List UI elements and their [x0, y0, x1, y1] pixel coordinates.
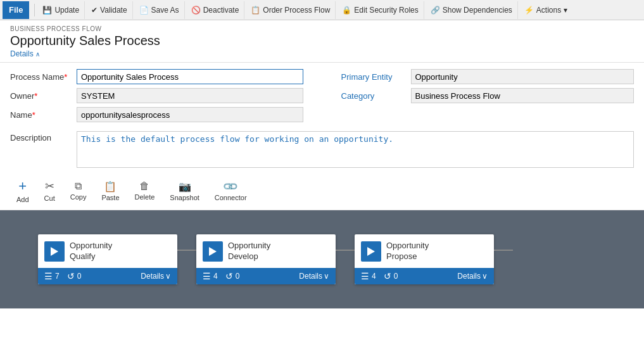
chevron-down-icon-0: ∨: [165, 272, 171, 281]
actions-icon: ⚡: [524, 6, 534, 15]
name-label: Name*: [10, 110, 77, 120]
description-row: Description This is the default process …: [0, 129, 644, 172]
connector-button[interactable]: 🔗 Connector: [208, 178, 253, 204]
stage-details-btn-1[interactable]: Details ∨: [299, 272, 329, 281]
name-input[interactable]: [77, 107, 303, 122]
category-label: Category: [341, 91, 411, 101]
details-link[interactable]: Details ∧: [10, 49, 634, 58]
deactivate-button[interactable]: 🚫 Deactivate: [186, 1, 245, 19]
security-icon: 🔒: [342, 6, 351, 15]
refresh-icon-1: ↺: [225, 271, 233, 281]
actions-button[interactable]: ⚡ Actions ▾: [519, 1, 572, 19]
order-process-flow-button[interactable]: 📋 Order Process Flow: [246, 1, 336, 19]
owner-row: Owner*: [10, 88, 303, 103]
edit-security-roles-button[interactable]: 🔒 Edit Security Roles: [337, 1, 424, 19]
primary-entity-row: Primary Entity: [341, 69, 635, 84]
stage-header-2: Opportunity Propose: [355, 234, 494, 269]
canvas-wrapper: Opportunity Qualify ☰ 7 ↺ 0 Details: [13, 222, 538, 298]
copy-button[interactable]: ⧉ Copy: [64, 178, 93, 203]
chevron-down-icon: ▾: [564, 6, 567, 15]
paste-icon: 📋: [104, 181, 117, 193]
add-button[interactable]: + Add: [10, 175, 35, 206]
steps-icon-1: ☰: [203, 271, 211, 281]
svg-marker-1: [209, 247, 217, 256]
stage-refresh-2: ↺ 0: [384, 271, 398, 281]
save-as-button[interactable]: 📄 Save As: [134, 1, 185, 19]
deactivate-icon: 🚫: [191, 6, 201, 15]
description-textarea[interactable]: This is the default process flow for wor…: [77, 131, 634, 168]
stage-steps-0: ☰ 7: [44, 271, 60, 281]
stage-title-2: Opportunity Propose: [386, 241, 429, 262]
delete-icon: 🗑: [139, 181, 149, 192]
stage-card-2[interactable]: Opportunity Propose ☰ 4 ↺ 0 Details: [355, 234, 494, 285]
process-name-row: Process Name*: [10, 69, 303, 84]
process-name-label: Process Name*: [10, 72, 77, 82]
stage-steps-1: ☰ 4: [203, 271, 218, 281]
stage-title-1: Opportunity Develop: [228, 241, 270, 262]
stage-card-1[interactable]: Opportunity Develop ☰ 4 ↺ 0 Details: [196, 234, 336, 285]
description-label: Description: [10, 131, 77, 143]
stage-refresh-1: ↺ 0: [225, 271, 240, 281]
stage-details-btn-0[interactable]: Details ∨: [141, 272, 171, 281]
stage-details-btn-2[interactable]: Details ∨: [457, 272, 488, 281]
show-dependencies-button[interactable]: 🔗 Show Dependencies: [426, 1, 518, 19]
stage-icon-1: [203, 241, 223, 262]
refresh-icon-2: ↺: [384, 271, 391, 281]
process-name-input[interactable]: [77, 69, 303, 84]
stage-header-1: Opportunity Develop: [196, 234, 336, 269]
stage-title-0: Opportunity Qualify: [70, 241, 112, 262]
snapshot-label: Snapshot: [170, 194, 199, 201]
form-grid: Process Name* Owner* Name* Primary Entit…: [0, 63, 644, 129]
file-button[interactable]: File: [3, 1, 29, 19]
connector-line-1: [177, 250, 196, 251]
breadcrumb: BUSINESS PROCESS FLOW: [10, 25, 634, 32]
cut-label: Cut: [44, 194, 55, 202]
update-icon: 💾: [42, 6, 52, 15]
chevron-up-icon: ∧: [35, 51, 40, 58]
cut-button[interactable]: ✂ Cut: [38, 177, 61, 205]
delete-button[interactable]: 🗑 Delete: [129, 178, 161, 203]
add-label: Add: [16, 196, 29, 203]
category-input[interactable]: [411, 88, 635, 103]
svg-marker-0: [51, 247, 58, 256]
name-row: Name*: [10, 107, 303, 122]
stage-footer-0: ☰ 7 ↺ 0 Details ∨: [38, 268, 177, 284]
cut-icon: ✂: [45, 179, 54, 193]
connector-line-2: [336, 250, 355, 251]
steps-icon-2: ☰: [361, 271, 369, 281]
connector-line-3: [494, 250, 513, 251]
save-as-icon: 📄: [139, 6, 149, 15]
validate-button[interactable]: ✔ Validate: [86, 1, 132, 19]
stage-header-0: Opportunity Qualify: [38, 234, 177, 269]
page-title: Opportunity Sales Process: [10, 34, 634, 48]
chevron-down-icon-2: ∨: [482, 272, 488, 281]
connector-icon: 🔗: [222, 177, 239, 195]
stage-footer-2: ☰ 4 ↺ 0 Details ∨: [355, 268, 494, 284]
paste-label: Paste: [101, 194, 119, 201]
delete-label: Delete: [135, 193, 155, 201]
canvas-area: Opportunity Qualify ☰ 7 ↺ 0 Details: [0, 210, 644, 308]
stage-icon-2: [361, 241, 381, 262]
copy-label: Copy: [70, 193, 87, 201]
category-row: Category: [341, 88, 635, 103]
dependencies-icon: 🔗: [431, 6, 440, 15]
header-area: BUSINESS PROCESS FLOW Opportunity Sales …: [0, 20, 644, 63]
main-toolbar: File 💾 Update ✔ Validate 📄 Save As 🚫 Dea…: [0, 0, 644, 20]
refresh-icon-0: ↺: [67, 271, 75, 281]
update-button[interactable]: 💾 Update: [37, 1, 85, 19]
stage-card-0[interactable]: Opportunity Qualify ☰ 7 ↺ 0 Details: [38, 234, 177, 285]
owner-label: Owner*: [10, 91, 77, 101]
form-left-col: Process Name* Owner* Name*: [10, 69, 303, 126]
order-icon: 📋: [251, 6, 260, 15]
action-toolbar: + Add ✂ Cut ⧉ Copy 📋 Paste 🗑 Delete 📷 Sn…: [0, 172, 644, 210]
owner-input[interactable]: [77, 88, 303, 103]
stage-steps-2: ☰ 4: [361, 271, 376, 281]
add-icon: +: [18, 178, 27, 194]
snapshot-icon: 📷: [179, 181, 191, 193]
snapshot-button[interactable]: 📷 Snapshot: [163, 178, 205, 204]
primary-entity-input[interactable]: [411, 69, 635, 84]
steps-icon-0: ☰: [44, 271, 53, 281]
paste-button[interactable]: 📋 Paste: [95, 178, 125, 204]
chevron-down-icon-1: ∨: [324, 272, 329, 281]
form-right-col: Primary Entity Category: [341, 69, 635, 126]
